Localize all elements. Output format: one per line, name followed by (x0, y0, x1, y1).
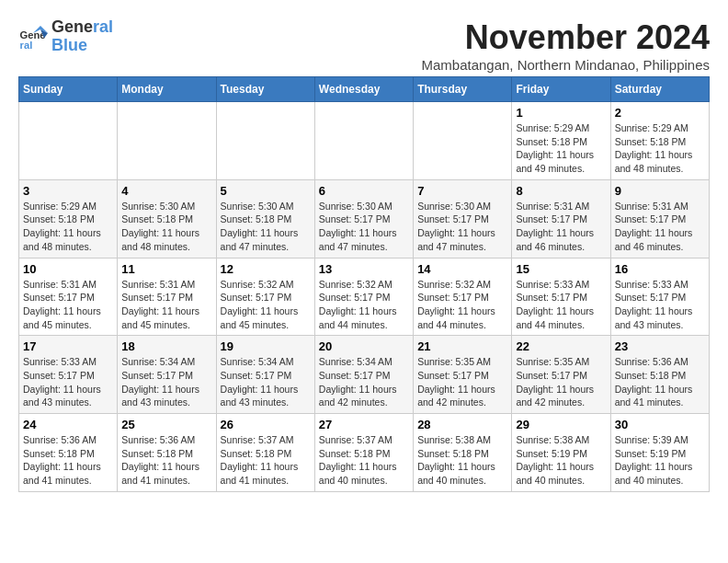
day-info: Sunrise: 5:32 AM Sunset: 5:17 PM Dayligh… (319, 278, 409, 332)
title-area: November 2024 Mambatangan, Northern Mind… (421, 18, 710, 73)
calendar-day-22: 22Sunrise: 5:35 AM Sunset: 5:17 PM Dayli… (512, 336, 610, 414)
day-info: Sunrise: 5:29 AM Sunset: 5:18 PM Dayligh… (23, 200, 113, 254)
calendar-header-saturday: Saturday (610, 77, 709, 102)
calendar-day-4: 4Sunrise: 5:30 AM Sunset: 5:18 PM Daylig… (118, 179, 216, 258)
day-number: 24 (23, 418, 113, 431)
day-info: Sunrise: 5:29 AM Sunset: 5:18 PM Dayligh… (615, 121, 705, 176)
day-info: Sunrise: 5:38 AM Sunset: 5:19 PM Dayligh… (516, 433, 606, 488)
day-info: Sunrise: 5:33 AM Sunset: 5:17 PM Dayligh… (615, 278, 705, 332)
day-number: 18 (121, 339, 211, 353)
day-number: 1 (516, 106, 606, 120)
day-info: Sunrise: 5:32 AM Sunset: 5:17 PM Dayligh… (417, 278, 507, 332)
day-number: 16 (615, 262, 705, 276)
day-info: Sunrise: 5:30 AM Sunset: 5:18 PM Dayligh… (121, 200, 211, 254)
calendar-day-9: 9Sunrise: 5:31 AM Sunset: 5:17 PM Daylig… (610, 179, 709, 258)
calendar-empty-cell (19, 102, 118, 180)
calendar-header-sunday: Sunday (19, 77, 118, 102)
calendar-header-friday: Friday (512, 77, 610, 102)
day-info: Sunrise: 5:35 AM Sunset: 5:17 PM Dayligh… (516, 355, 606, 409)
calendar-day-14: 14Sunrise: 5:32 AM Sunset: 5:17 PM Dayli… (414, 258, 512, 336)
day-number: 4 (121, 184, 211, 198)
page-header: Gene ral General Blue November 2024 Mamb… (18, 18, 710, 73)
logo-icon: Gene ral (18, 22, 48, 52)
calendar-day-23: 23Sunrise: 5:36 AM Sunset: 5:18 PM Dayli… (610, 336, 709, 414)
day-number: 3 (23, 184, 113, 198)
day-number: 19 (221, 339, 311, 353)
day-number: 29 (516, 418, 606, 431)
day-number: 12 (221, 262, 311, 276)
calendar-day-24: 24Sunrise: 5:36 AM Sunset: 5:18 PM Dayli… (19, 414, 118, 492)
day-number: 14 (417, 262, 507, 276)
logo-text: General Blue (51, 18, 113, 55)
calendar-day-18: 18Sunrise: 5:34 AM Sunset: 5:17 PM Dayli… (118, 336, 216, 414)
day-info: Sunrise: 5:34 AM Sunset: 5:17 PM Dayligh… (221, 355, 311, 409)
day-number: 6 (319, 184, 409, 198)
calendar-day-11: 11Sunrise: 5:31 AM Sunset: 5:17 PM Dayli… (118, 258, 216, 336)
day-info: Sunrise: 5:34 AM Sunset: 5:17 PM Dayligh… (319, 355, 409, 409)
svg-text:ral: ral (20, 40, 33, 51)
day-info: Sunrise: 5:31 AM Sunset: 5:17 PM Dayligh… (615, 200, 705, 254)
calendar-day-2: 2Sunrise: 5:29 AM Sunset: 5:18 PM Daylig… (610, 102, 709, 180)
location-subtitle: Mambatangan, Northern Mindanao, Philippi… (421, 57, 710, 73)
calendar-header-tuesday: Tuesday (216, 77, 314, 102)
day-info: Sunrise: 5:30 AM Sunset: 5:18 PM Dayligh… (221, 200, 311, 254)
day-number: 17 (23, 339, 113, 353)
day-info: Sunrise: 5:33 AM Sunset: 5:17 PM Dayligh… (516, 278, 606, 332)
calendar-header-monday: Monday (118, 77, 216, 102)
calendar-header-thursday: Thursday (414, 77, 512, 102)
day-number: 9 (615, 184, 705, 198)
calendar-table: SundayMondayTuesdayWednesdayThursdayFrid… (18, 76, 710, 492)
calendar-empty-cell (314, 102, 413, 180)
month-title: November 2024 (421, 18, 710, 57)
day-info: Sunrise: 5:33 AM Sunset: 5:17 PM Dayligh… (23, 355, 113, 409)
calendar-day-3: 3Sunrise: 5:29 AM Sunset: 5:18 PM Daylig… (19, 179, 118, 258)
calendar-day-19: 19Sunrise: 5:34 AM Sunset: 5:17 PM Dayli… (216, 336, 314, 414)
day-info: Sunrise: 5:35 AM Sunset: 5:17 PM Dayligh… (417, 355, 507, 409)
day-info: Sunrise: 5:34 AM Sunset: 5:17 PM Dayligh… (121, 355, 211, 409)
day-info: Sunrise: 5:39 AM Sunset: 5:19 PM Dayligh… (615, 433, 705, 488)
day-number: 5 (221, 184, 311, 198)
day-number: 8 (516, 184, 606, 198)
day-number: 7 (417, 184, 507, 198)
day-number: 20 (319, 339, 409, 353)
calendar-day-29: 29Sunrise: 5:38 AM Sunset: 5:19 PM Dayli… (512, 414, 610, 492)
day-number: 21 (417, 339, 507, 353)
day-number: 23 (615, 339, 705, 353)
calendar-week-row: 17Sunrise: 5:33 AM Sunset: 5:17 PM Dayli… (19, 336, 710, 414)
calendar-day-15: 15Sunrise: 5:33 AM Sunset: 5:17 PM Dayli… (512, 258, 610, 336)
calendar-day-1: 1Sunrise: 5:29 AM Sunset: 5:18 PM Daylig… (512, 102, 610, 180)
day-info: Sunrise: 5:29 AM Sunset: 5:18 PM Dayligh… (516, 121, 606, 176)
calendar-day-7: 7Sunrise: 5:30 AM Sunset: 5:17 PM Daylig… (414, 179, 512, 258)
logo: Gene ral General Blue (18, 18, 113, 55)
calendar-day-26: 26Sunrise: 5:37 AM Sunset: 5:18 PM Dayli… (216, 414, 314, 492)
day-number: 26 (221, 418, 311, 431)
day-info: Sunrise: 5:36 AM Sunset: 5:18 PM Dayligh… (23, 433, 113, 488)
calendar-day-27: 27Sunrise: 5:37 AM Sunset: 5:18 PM Dayli… (314, 414, 413, 492)
calendar-day-12: 12Sunrise: 5:32 AM Sunset: 5:17 PM Dayli… (216, 258, 314, 336)
calendar-empty-cell (414, 102, 512, 180)
day-info: Sunrise: 5:32 AM Sunset: 5:17 PM Dayligh… (221, 278, 311, 332)
calendar-day-10: 10Sunrise: 5:31 AM Sunset: 5:17 PM Dayli… (19, 258, 118, 336)
calendar-day-17: 17Sunrise: 5:33 AM Sunset: 5:17 PM Dayli… (19, 336, 118, 414)
calendar-day-8: 8Sunrise: 5:31 AM Sunset: 5:17 PM Daylig… (512, 179, 610, 258)
calendar-header-row: SundayMondayTuesdayWednesdayThursdayFrid… (19, 77, 710, 102)
calendar-header-wednesday: Wednesday (314, 77, 413, 102)
calendar-week-row: 24Sunrise: 5:36 AM Sunset: 5:18 PM Dayli… (19, 414, 710, 492)
day-number: 2 (615, 106, 705, 120)
day-info: Sunrise: 5:36 AM Sunset: 5:18 PM Dayligh… (615, 355, 705, 409)
day-number: 25 (121, 418, 211, 431)
calendar-day-25: 25Sunrise: 5:36 AM Sunset: 5:18 PM Dayli… (118, 414, 216, 492)
calendar-empty-cell (118, 102, 216, 180)
day-info: Sunrise: 5:38 AM Sunset: 5:18 PM Dayligh… (417, 433, 507, 488)
day-number: 22 (516, 339, 606, 353)
calendar-day-13: 13Sunrise: 5:32 AM Sunset: 5:17 PM Dayli… (314, 258, 413, 336)
day-info: Sunrise: 5:37 AM Sunset: 5:18 PM Dayligh… (319, 433, 409, 488)
calendar-day-16: 16Sunrise: 5:33 AM Sunset: 5:17 PM Dayli… (610, 258, 709, 336)
day-info: Sunrise: 5:31 AM Sunset: 5:17 PM Dayligh… (23, 278, 113, 332)
day-info: Sunrise: 5:30 AM Sunset: 5:17 PM Dayligh… (417, 200, 507, 254)
day-info: Sunrise: 5:30 AM Sunset: 5:17 PM Dayligh… (319, 200, 409, 254)
day-number: 15 (516, 262, 606, 276)
calendar-day-6: 6Sunrise: 5:30 AM Sunset: 5:17 PM Daylig… (314, 179, 413, 258)
day-number: 27 (319, 418, 409, 431)
calendar-empty-cell (216, 102, 314, 180)
